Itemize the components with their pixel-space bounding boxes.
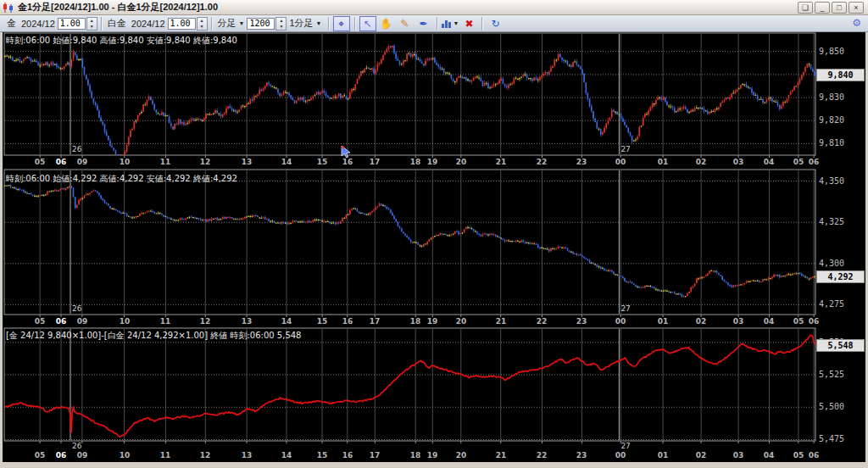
maximize-button[interactable]: □ — [832, 2, 847, 14]
pen-annotation-tool-icon[interactable]: ✒ — [415, 16, 432, 31]
chevron-down-icon: ▼ — [316, 20, 322, 26]
select-arrow-tool-icon[interactable]: ↖ — [359, 16, 376, 31]
float-window-button[interactable]: ❏ — [798, 2, 813, 14]
gold-month-label: 2024/12 — [19, 19, 58, 29]
toolbar-separator — [328, 17, 329, 31]
settings-wrench-icon[interactable]: ⚙ — [852, 17, 861, 29]
platinum-chart-plot[interactable] — [4, 170, 815, 315]
titlebar[interactable]: 金1分足[2024/12]1.00 - 白金1分足[2024/12]1.00 ❏… — [0, 0, 868, 15]
window-title: 金1分足[2024/12]1.00 - 白金1分足[2024/12]1.00 — [18, 1, 218, 14]
delete-drawings-tool-icon[interactable]: ✖ — [460, 16, 477, 31]
bar-count-input[interactable] — [247, 18, 275, 30]
gold-label: 金 — [4, 17, 19, 30]
toolbar-separator — [101, 17, 102, 31]
chevron-down-icon: ▼ — [239, 20, 245, 26]
bar-count-spinner[interactable]: ▲▼ — [275, 17, 287, 31]
platinum-month-label: 2024/12 — [129, 19, 168, 29]
delete-drawings-tool-icon: ✖ — [465, 18, 473, 30]
select-arrow-tool-icon: ↖ — [364, 18, 372, 30]
platinum-label: 白金 — [105, 17, 129, 30]
platinum-multiplier-spinner[interactable]: ▲▼ — [197, 17, 208, 31]
chart-pointer-tool-icon: ⌖ — [338, 18, 344, 30]
bar-type-label: 分足 — [218, 17, 236, 30]
app-icon — [3, 3, 14, 13]
platinum-multiplier-input[interactable] — [168, 18, 196, 30]
gold-chart-plot[interactable] — [4, 33, 815, 155]
gold-ohlc-info: 時刻:06:00 始値:9,840 高値:9,840 安値:9,840 終値:9… — [6, 35, 237, 47]
bar-type-dropdown[interactable]: 分足 ▼ — [215, 16, 248, 31]
toolbar-separator — [481, 17, 482, 31]
pen-annotation-tool-icon: ✒ — [420, 18, 428, 30]
pencil-tool-icon: ✎ — [401, 18, 409, 30]
toolbar: 金 2024/12 ▲▼ 白金 2024/12 ▲▼ 分足 ▼ ▲▼ 1分足 ▼… — [0, 15, 868, 32]
refresh-tool-icon: ↻ — [491, 18, 499, 30]
spread-info: [金 24/12 9,840×1.00]-[白金 24/12 4,292×1.0… — [6, 330, 301, 342]
platinum-ohlc-info: 時刻:06:00 始値:4,292 高値:4,292 安値:4,292 終値:4… — [6, 173, 237, 185]
chevron-down-icon: ▼ — [453, 20, 459, 26]
pencil-tool-icon[interactable]: ✎ — [397, 16, 414, 31]
pan-hand-tool-icon: ✋ — [380, 18, 392, 30]
mouse-cursor-icon — [339, 144, 353, 159]
pan-hand-tool-icon[interactable]: ✋ — [378, 16, 395, 31]
toolbar-separator — [354, 17, 355, 31]
gold-multiplier-input[interactable] — [58, 18, 86, 30]
chart-pointer-tool-icon[interactable]: ⌖ — [333, 16, 350, 31]
close-button[interactable]: × — [849, 2, 864, 14]
minimize-button[interactable]: _ — [815, 2, 830, 14]
spread-chart-plot[interactable] — [4, 328, 815, 441]
interval-label: 1分足 — [289, 17, 313, 30]
refresh-tool-icon[interactable]: ↻ — [487, 16, 504, 31]
chart-type-tool-icon[interactable]: ▼ — [442, 16, 459, 31]
gold-multiplier-spinner[interactable]: ▲▼ — [86, 17, 97, 31]
toolbar-separator — [211, 17, 212, 31]
interval-dropdown[interactable]: 1分足 ▼ — [287, 16, 324, 31]
window-controls: ❏ _ □ × — [798, 2, 865, 14]
toolbar-separator — [437, 17, 437, 31]
